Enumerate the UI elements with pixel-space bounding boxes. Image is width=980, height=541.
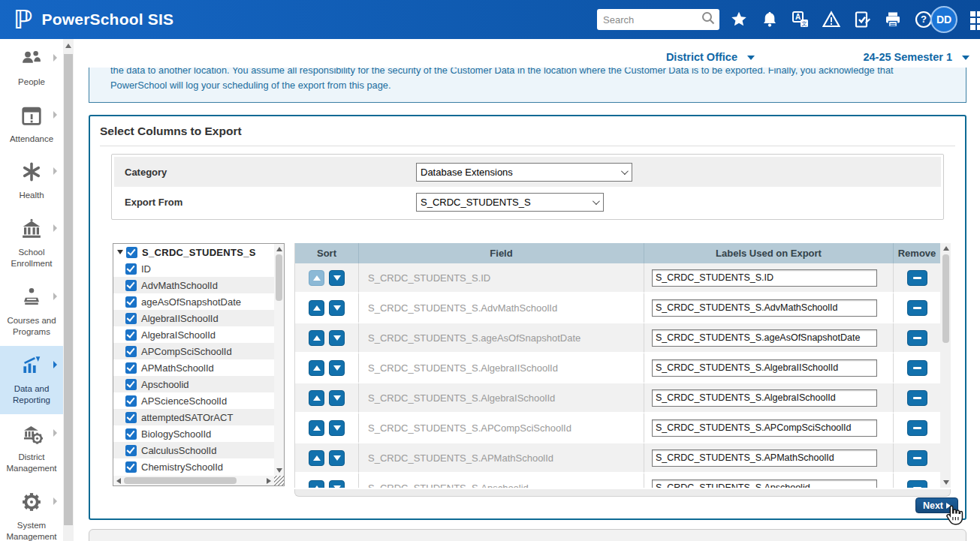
tree-vertical-scrollbar[interactable] <box>274 244 284 476</box>
checkbox-checked-icon[interactable] <box>125 362 137 374</box>
tree-expander-icon[interactable] <box>117 250 123 254</box>
tree-item[interactable]: ageAsOfSnapshotDate <box>113 293 274 310</box>
scroll-down-icon[interactable] <box>943 480 949 485</box>
tree-item[interactable]: Apschoolid <box>113 376 274 392</box>
search-icon[interactable] <box>701 11 716 29</box>
checkbox-checked-icon[interactable] <box>125 412 137 423</box>
checkbox-checked-icon[interactable] <box>125 280 137 291</box>
move-down-button[interactable] <box>329 450 345 466</box>
remove-button[interactable] <box>907 270 927 286</box>
search-input[interactable] <box>603 11 699 29</box>
tree-item[interactable]: ID <box>113 260 274 277</box>
star-icon[interactable] <box>730 11 748 29</box>
scroll-up-icon[interactable] <box>943 246 949 251</box>
term-selector[interactable]: 24-25 Semester 1 <box>863 51 969 63</box>
report-check-icon[interactable] <box>853 11 871 29</box>
scroll-right-icon[interactable] <box>267 478 271 484</box>
move-up-button[interactable] <box>309 270 324 286</box>
move-up-button[interactable] <box>309 390 324 406</box>
school-selector[interactable]: District Office <box>666 51 755 63</box>
sidebar-item-district-management[interactable]: District Management <box>0 414 63 482</box>
resize-grip-icon[interactable] <box>274 476 284 485</box>
app-switcher-icon[interactable] <box>970 11 980 28</box>
checkbox-checked-icon[interactable] <box>125 445 137 456</box>
export-label-input[interactable] <box>652 389 877 407</box>
remove-button[interactable] <box>907 420 927 436</box>
checkbox-checked-icon[interactable] <box>125 313 137 324</box>
checkbox-checked-icon[interactable] <box>125 346 137 357</box>
sidebar-item-people[interactable]: People <box>0 39 63 96</box>
checkbox-checked-icon[interactable] <box>125 461 137 473</box>
avatar[interactable]: DD <box>930 6 957 33</box>
table-vertical-scrollbar[interactable] <box>940 243 951 488</box>
tree-item[interactable]: APScienceSchoolId <box>113 392 274 409</box>
remove-button[interactable] <box>907 390 927 406</box>
move-up-button[interactable] <box>309 420 324 436</box>
sidebar-item-school-enrollment[interactable]: School Enrollment <box>0 209 63 278</box>
checkbox-checked-icon[interactable] <box>125 395 137 407</box>
remove-button[interactable] <box>907 300 927 316</box>
checkbox-checked-icon[interactable] <box>125 329 137 341</box>
translate-icon[interactable]: A文 <box>792 11 810 29</box>
scroll-down-icon[interactable] <box>276 468 282 473</box>
tree-item[interactable]: APMathSchoolId <box>113 359 274 376</box>
sidebar-item-courses-and-programs[interactable]: Courses and Programs <box>0 278 63 346</box>
sidebar-item-attendance[interactable]: Attendance <box>0 96 63 153</box>
export-label-input[interactable] <box>652 329 877 347</box>
move-up-button[interactable] <box>309 300 324 316</box>
tree-item[interactable]: AdvMathSchoolId <box>113 277 274 293</box>
tree-root-row[interactable]: S_CRDC_STUDENTS_S <box>113 244 274 260</box>
tree-vscroll-thumb[interactable] <box>276 254 282 301</box>
sidebar-item-data-and-reporting[interactable]: Data and Reporting <box>0 346 63 414</box>
tree-item[interactable]: BiologySchoolId <box>113 425 274 442</box>
move-down-button[interactable] <box>329 390 345 406</box>
checkbox-checked-icon[interactable] <box>126 247 137 258</box>
remove-button[interactable] <box>907 360 927 376</box>
checkbox-checked-icon[interactable] <box>125 379 137 390</box>
next-button[interactable]: Next <box>915 497 958 513</box>
export-label-input[interactable] <box>652 479 877 488</box>
move-up-button[interactable] <box>309 330 324 346</box>
checkbox-checked-icon[interactable] <box>125 296 137 308</box>
tree-hscroll-thumb[interactable] <box>124 477 237 484</box>
move-down-button[interactable] <box>329 480 345 488</box>
export-label-input[interactable] <box>652 449 877 467</box>
export-label-input[interactable] <box>652 299 877 317</box>
remove-button[interactable] <box>907 450 927 466</box>
export-label-input[interactable] <box>652 419 877 437</box>
bell-icon[interactable] <box>761 11 779 29</box>
export-label-input[interactable] <box>652 359 877 377</box>
scroll-left-icon[interactable] <box>116 478 121 484</box>
export-from-select[interactable]: S_CRDC_STUDENTS_S <box>416 193 604 212</box>
tree-item[interactable]: AlgebraISchoolId <box>113 326 274 343</box>
move-up-button[interactable] <box>309 450 324 466</box>
tree-item[interactable]: AlgebraIISchoolId <box>113 310 274 326</box>
scroll-up-icon[interactable] <box>65 44 71 48</box>
global-search[interactable] <box>597 9 719 30</box>
tree-horizontal-scrollbar[interactable] <box>113 476 274 485</box>
remove-button[interactable] <box>907 480 927 488</box>
tree-item[interactable]: CalculusSchoolId <box>113 442 274 458</box>
move-down-button[interactable] <box>329 360 345 376</box>
tree-item[interactable]: ChemistrySchoolId <box>113 458 274 475</box>
checkbox-checked-icon[interactable] <box>125 263 137 275</box>
category-select[interactable]: Database Extensions <box>416 163 632 182</box>
move-down-button[interactable] <box>329 420 345 436</box>
move-up-button[interactable] <box>309 360 324 376</box>
move-down-button[interactable] <box>329 330 345 346</box>
table-vscroll-thumb[interactable] <box>942 254 949 343</box>
move-down-button[interactable] <box>329 270 345 286</box>
scroll-up-icon[interactable] <box>276 247 282 251</box>
remove-button[interactable] <box>907 330 927 346</box>
tree-item[interactable]: APCompSciSchoolId <box>113 343 274 359</box>
export-label-input[interactable] <box>652 269 877 287</box>
page-scrollbar-thumb[interactable] <box>64 54 73 525</box>
move-up-button[interactable] <box>309 480 324 488</box>
sidebar-item-health[interactable]: Health <box>0 152 63 209</box>
alert-icon[interactable] <box>822 11 840 29</box>
checkbox-checked-icon[interactable] <box>125 428 137 440</box>
page-scrollbar[interactable] <box>63 39 74 541</box>
move-down-button[interactable] <box>329 300 345 316</box>
printer-icon[interactable] <box>884 11 902 29</box>
tree-item[interactable]: attemptedSATOrACT <box>113 409 274 425</box>
